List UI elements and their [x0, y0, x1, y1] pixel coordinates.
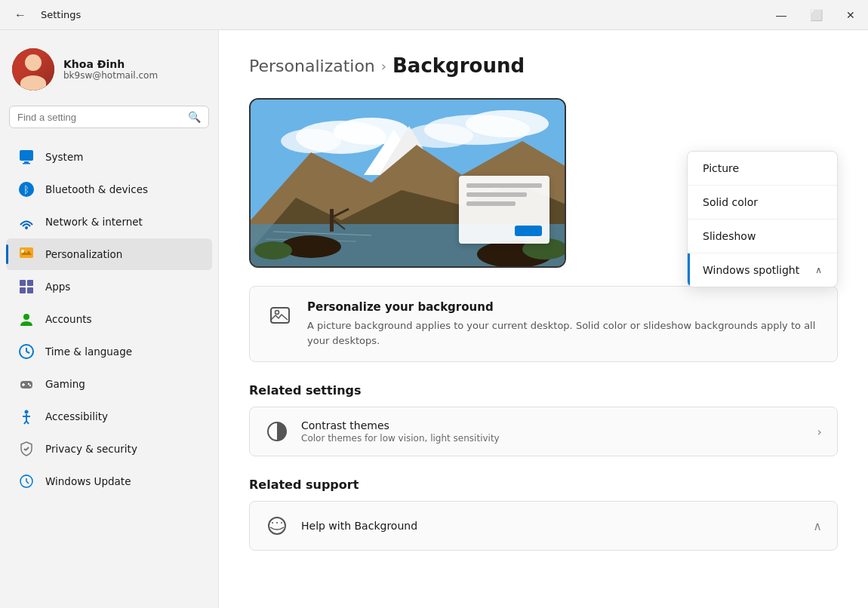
- app-layout: Khoa Đinh bk9sw@hotmail.com 🔍 System ᛒ B…: [0, 30, 868, 608]
- card-description: A picture background applies to your cur…: [307, 318, 820, 348]
- network-icon: [18, 213, 35, 230]
- contrast-icon: [265, 419, 289, 444]
- help-icon: [265, 514, 289, 538]
- svg-point-32: [281, 129, 341, 153]
- card-content: Personalize your background A picture ba…: [307, 300, 820, 348]
- dropdown-active-label: Windows spotlight: [703, 264, 799, 276]
- svg-point-56: [281, 522, 282, 524]
- help-background-item[interactable]: Help with Background ∧: [250, 502, 837, 550]
- dropdown-item-picture[interactable]: Picture: [688, 152, 837, 186]
- svg-line-25: [26, 421, 29, 424]
- breadcrumb-parent: Personalization: [249, 57, 375, 75]
- desktop-button: [515, 226, 542, 236]
- user-name: Khoa Đinh: [63, 58, 158, 70]
- maximize-button[interactable]: ⬜: [799, 0, 833, 30]
- svg-rect-43: [330, 209, 334, 232]
- nav-list: System ᛒ Bluetooth & devices Network & i…: [0, 141, 218, 497]
- sidebar-item-label-bluetooth: Bluetooth & devices: [45, 183, 148, 195]
- svg-point-53: [269, 517, 285, 534]
- contrast-themes-item[interactable]: Contrast themes Color themes for low vis…: [250, 407, 837, 456]
- sidebar-item-time[interactable]: Time & language: [6, 336, 212, 367]
- update-icon: [18, 473, 35, 490]
- user-profile[interactable]: Khoa Đinh bk9sw@hotmail.com: [0, 42, 218, 106]
- breadcrumb-separator: ›: [381, 58, 386, 74]
- svg-point-54: [272, 522, 273, 524]
- dropdown-chevron-up-icon: ∧: [815, 265, 822, 275]
- card-icon: [266, 302, 294, 329]
- sidebar-item-accounts[interactable]: Accounts: [6, 303, 212, 335]
- user-info: Khoa Đinh bk9sw@hotmail.com: [63, 58, 158, 81]
- sidebar-item-apps[interactable]: Apps: [6, 271, 212, 302]
- sidebar-item-label-personalization: Personalization: [45, 248, 122, 260]
- dropdown-item-slideshow[interactable]: Slideshow: [688, 220, 837, 253]
- search-container: 🔍: [0, 106, 218, 140]
- sidebar-item-label-accounts: Accounts: [45, 313, 92, 325]
- background-type-dropdown: Picture Solid color Slideshow Windows sp…: [687, 151, 838, 287]
- svg-rect-2: [23, 163, 30, 164]
- desktop-line-3: [466, 201, 516, 206]
- main-content: Personalization › Background: [219, 30, 868, 608]
- sidebar-item-label-system: System: [45, 151, 83, 163]
- help-background-title: Help with Background: [301, 520, 801, 532]
- svg-text:ᛒ: ᛒ: [23, 184, 29, 195]
- system-icon: [18, 149, 35, 165]
- sidebar-item-label-gaming: Gaming: [45, 378, 85, 390]
- sidebar-item-privacy[interactable]: Privacy & security: [6, 433, 212, 465]
- contrast-themes-title: Contrast themes: [301, 419, 805, 431]
- svg-line-27: [26, 447, 29, 450]
- svg-rect-9: [27, 280, 33, 286]
- sidebar: Khoa Đinh bk9sw@hotmail.com 🔍 System ᛒ B…: [0, 30, 219, 608]
- minimize-button[interactable]: —: [764, 0, 799, 30]
- sidebar-item-label-network: Network & internet: [45, 216, 143, 228]
- svg-rect-0: [20, 150, 33, 161]
- svg-rect-8: [20, 280, 26, 286]
- search-icon: 🔍: [188, 111, 201, 123]
- titlebar-left: ← Settings: [9, 4, 81, 26]
- help-background-content: Help with Background: [301, 520, 801, 532]
- svg-point-21: [25, 410, 29, 414]
- sidebar-item-label-time: Time & language: [45, 345, 132, 358]
- help-icon-svg: [266, 515, 288, 536]
- desktop-line-1: [466, 183, 542, 188]
- accounts-icon: [18, 311, 35, 327]
- titlebar-controls: — ⬜ ✕: [764, 0, 868, 30]
- svg-point-55: [276, 522, 278, 524]
- user-email: bk9sw@hotmail.com: [63, 70, 158, 81]
- accessibility-icon: [18, 408, 35, 425]
- personalize-card: Personalize your background A picture ba…: [249, 286, 838, 362]
- svg-point-34: [466, 110, 549, 137]
- sidebar-item-accessibility[interactable]: Accessibility: [6, 401, 212, 432]
- related-settings-card: Contrast themes Color themes for low vis…: [249, 407, 838, 456]
- sidebar-item-bluetooth[interactable]: ᛒ Bluetooth & devices: [6, 173, 212, 205]
- search-input[interactable]: [17, 112, 182, 123]
- help-chevron-icon: ∧: [813, 519, 822, 533]
- svg-point-12: [23, 314, 29, 320]
- chevron-right-icon: ›: [817, 425, 822, 439]
- apps-icon: [18, 278, 35, 295]
- sidebar-item-personalization[interactable]: Personalization: [6, 238, 212, 270]
- background-preview: [249, 98, 566, 268]
- bluetooth-icon: ᛒ: [18, 181, 35, 198]
- contrast-icon-svg: [266, 421, 288, 442]
- sidebar-item-label-update: Windows Update: [45, 475, 131, 487]
- sidebar-item-update[interactable]: Windows Update: [6, 465, 212, 497]
- dropdown-item-spotlight[interactable]: Windows spotlight ∧: [688, 253, 837, 287]
- personalization-icon: [18, 246, 35, 263]
- close-button[interactable]: ✕: [833, 0, 868, 30]
- contrast-themes-desc: Color themes for low vision, light sensi…: [301, 433, 805, 444]
- breadcrumb-current: Background: [392, 54, 525, 77]
- desktop-window-overlay: [459, 176, 549, 244]
- time-icon: [18, 343, 35, 360]
- sidebar-item-gaming[interactable]: Gaming: [6, 368, 212, 400]
- avatar: [12, 48, 54, 91]
- dropdown-item-solid[interactable]: Solid color: [688, 186, 837, 220]
- sidebar-item-label-accessibility: Accessibility: [45, 410, 108, 422]
- back-button[interactable]: ←: [9, 4, 32, 26]
- related-support-heading: Related support: [249, 477, 838, 492]
- sidebar-item-system[interactable]: System: [6, 141, 212, 173]
- privacy-icon: [18, 441, 35, 457]
- svg-rect-11: [27, 287, 33, 293]
- sidebar-item-network[interactable]: Network & internet: [6, 206, 212, 238]
- svg-rect-50: [271, 308, 289, 323]
- search-box: 🔍: [9, 106, 209, 128]
